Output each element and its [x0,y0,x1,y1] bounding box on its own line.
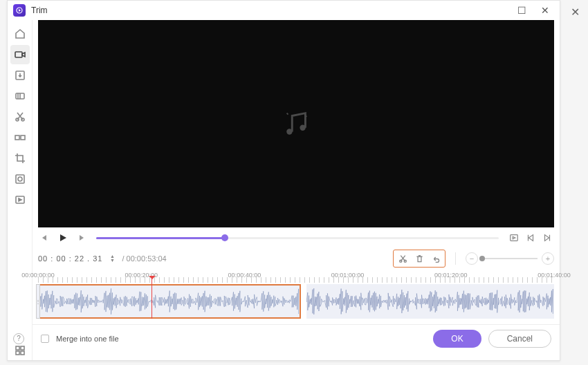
zoom-slider[interactable] [482,258,538,259]
zoom-group: − + [466,252,554,265]
close-button[interactable]: ✕ [536,3,554,17]
zoom-in-button[interactable]: + [542,252,554,265]
timeline[interactable] [38,284,554,319]
cancel-button[interactable]: Cancel [488,330,551,348]
sidebar-crop-icon[interactable] [10,149,30,168]
svg-rect-14 [21,351,24,355]
ruler-tick: 00:00:40:00 [228,272,261,279]
svg-point-9 [18,177,22,181]
transport-bar [33,227,560,248]
zoom-out-button[interactable]: − [466,252,478,265]
progress-knob[interactable] [221,234,228,241]
footer: ? Merge into one file OK Cancel [33,324,560,352]
sidebar-video-icon[interactable] [10,45,30,64]
timecode-stepper[interactable]: ▲▼ [108,254,116,263]
music-note-icon [280,108,312,140]
time-row: 00 : 00 : 22 . 31 ▲▼ / 00:00:53:04 − + [33,248,560,269]
clip[interactable] [38,284,301,319]
trim-window: Trim — ☐ ✕ [7,0,560,361]
help-icon[interactable]: ? [13,333,24,344]
sidebar [8,20,33,360]
prev-frame-button[interactable] [38,231,52,245]
sidebar-merge-icon[interactable] [10,128,30,147]
progress-bar[interactable] [96,237,499,239]
sidebar-compress-icon[interactable] [10,86,30,106]
sidebar-download-icon[interactable] [10,66,30,85]
ruler-tick: 00:01:40:00 [538,272,571,279]
main-area: 00 : 00 : 22 . 31 ▲▼ / 00:00:53:04 − + 0… [33,20,560,360]
ruler-tick: 00:01:20:00 [434,272,468,279]
svg-rect-7 [21,135,25,140]
next-frame-button[interactable] [74,231,88,245]
svg-rect-17 [511,235,518,241]
ruler-tick: 00:00:00:00 [21,272,55,279]
svg-rect-12 [21,346,24,350]
cut-button[interactable] [395,252,410,265]
preview-pane [38,20,554,227]
titlebar: Trim — ☐ ✕ [8,1,560,20]
app-icon [13,4,26,17]
sidebar-home-icon[interactable] [10,24,30,44]
clip[interactable] [306,284,554,319]
svg-point-15 [286,129,292,134]
timeline-ruler: 00:00:00:0000:00:20:0000:00:40:0000:01:0… [38,272,554,283]
window-title: Trim [31,6,48,15]
outer-close-button[interactable]: ✕ [571,6,580,19]
timecode-display: 00 : 00 : 22 . 31 [38,254,102,263]
undo-button[interactable] [428,252,443,265]
svg-rect-1 [15,52,22,57]
sidebar-effect-icon[interactable] [10,169,30,189]
snapshot-button[interactable] [507,231,521,245]
clip-handle-left[interactable] [36,284,40,319]
ok-button[interactable]: OK [433,330,481,348]
svg-rect-6 [15,135,19,140]
merge-label: Merge into one file [56,335,119,343]
merge-checkbox[interactable] [41,335,49,343]
duration-display: / 00:00:53:04 [122,254,166,263]
skip-fwd-button[interactable] [540,231,554,245]
svg-rect-8 [16,175,24,183]
play-button[interactable] [56,231,70,245]
ruler-tick: 00:01:00:00 [331,272,365,279]
skip-back-button[interactable] [524,231,538,245]
progress-fill [96,237,225,239]
delete-button[interactable] [412,252,427,265]
svg-point-16 [300,125,305,131]
svg-rect-13 [16,351,19,355]
edit-tool-group [393,250,445,268]
sidebar-trim-icon[interactable] [10,107,30,127]
sidebar-record-icon[interactable] [10,190,30,209]
playhead[interactable] [151,276,152,319]
svg-rect-11 [16,346,19,350]
maximize-button[interactable]: ☐ [513,3,531,17]
